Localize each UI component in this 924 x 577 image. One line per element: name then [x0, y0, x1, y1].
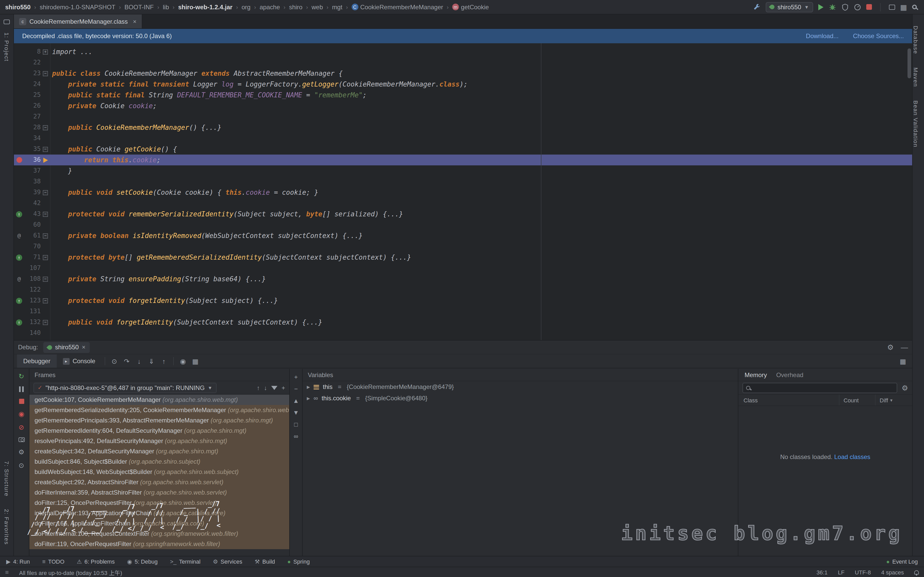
fold-toggle-icon[interactable]: −	[43, 190, 48, 195]
line-number[interactable]: 122	[24, 284, 41, 295]
memory-column-class[interactable]: Class	[738, 397, 839, 403]
evaluate-expression-icon[interactable]: ▦	[189, 357, 202, 365]
stripe-button-7-structure[interactable]: 7: Structure	[3, 461, 10, 496]
line-number[interactable]: 26	[24, 100, 41, 111]
breadcrumb-item-shiro550[interactable]: shiro550	[5, 3, 31, 11]
breadcrumb-item-web[interactable]: web	[312, 3, 323, 11]
editor-tab[interactable]: c CookieRememberMeManager.class ×	[14, 15, 142, 28]
frame-row[interactable]: resolvePrincipals:492, DefaultSecurityMa…	[29, 436, 289, 446]
variable-row[interactable]: ▶this = {CookieRememberMeManager@6479}	[303, 381, 738, 393]
override-marker-icon[interactable]: ↑	[16, 319, 22, 326]
settings-gear-icon[interactable]: ⚙	[18, 449, 24, 455]
breakpoint-icon[interactable]	[16, 157, 22, 163]
fold-toggle-icon[interactable]: −	[43, 320, 48, 325]
mute-breakpoints-icon[interactable]: ⊘	[19, 424, 24, 431]
line-number[interactable]: 70	[24, 241, 41, 252]
caret-position[interactable]: 36:1	[816, 569, 827, 575]
breadcrumb-item-getcookie[interactable]: mgetCookie	[452, 3, 489, 11]
settings-gear-icon[interactable]: ⚙	[887, 343, 893, 351]
toolwindow-button-todo[interactable]: ≡TODO	[42, 558, 65, 565]
fold-toggle-icon[interactable]: +	[43, 49, 48, 54]
thread-selector[interactable]: ✓ "http-nio-8080-exec-5"@6,487 in group …	[34, 382, 216, 393]
hide-library-frames-icon[interactable]	[271, 385, 278, 390]
frame-row[interactable]: doFilterInternal:100, RequestContextFilt…	[29, 529, 289, 539]
fold-toggle-icon[interactable]: −	[43, 147, 48, 152]
stripe-button-maven[interactable]: Maven	[913, 68, 919, 87]
copy-stack-icon[interactable]: □	[294, 421, 298, 427]
memory-search-input[interactable]	[743, 382, 897, 393]
line-number[interactable]: 132	[24, 317, 41, 328]
line-number[interactable]: 107	[24, 263, 41, 274]
load-classes-link[interactable]: Load classes	[834, 453, 871, 461]
fold-toggle-icon[interactable]: −	[43, 71, 48, 76]
add-icon[interactable]: +	[281, 384, 285, 391]
fold-toggle-icon[interactable]: −	[43, 276, 48, 282]
screenshot-icon[interactable]	[18, 437, 24, 442]
frame-row[interactable]: createSubject:342, DefaultSecurityManage…	[29, 446, 289, 456]
step-into-icon[interactable]: ↓	[133, 357, 145, 365]
breadcrumb-item-shiro[interactable]: shiro	[289, 3, 302, 11]
previous-frame-icon[interactable]: ↑	[257, 384, 260, 391]
line-number[interactable]: 108	[24, 274, 41, 284]
line-number[interactable]: 140	[24, 328, 41, 338]
breadcrumb-item-boot-inf[interactable]: BOOT-INF	[124, 3, 153, 11]
fold-toggle-icon[interactable]: −	[43, 211, 48, 217]
stop-icon[interactable]	[19, 399, 24, 404]
run-button[interactable]	[818, 4, 824, 10]
line-number[interactable]: 39	[24, 187, 41, 198]
frame-row[interactable]: internalDoFilter:193, ApplicationFilterC…	[29, 508, 289, 518]
toolwindow-button-terminal[interactable]: >_Terminal	[170, 558, 200, 565]
memory-column-count[interactable]: Count	[839, 395, 875, 405]
toolwindow-button-event-log[interactable]: ● Event Log	[886, 558, 918, 565]
toolwindow-button-services[interactable]: ⚙Services	[213, 558, 242, 565]
infinity-icon[interactable]: ∞	[294, 433, 298, 440]
add-icon[interactable]: +	[294, 374, 298, 380]
line-number[interactable]: 35	[24, 144, 41, 155]
profiler-icon[interactable]	[854, 3, 861, 11]
line-number[interactable]: 23	[24, 68, 41, 79]
view-breakpoints-icon[interactable]: ◉	[177, 357, 189, 365]
breadcrumb-item-shirodemo-1-0-snapshot[interactable]: shirodemo-1.0-SNAPSHOT	[40, 3, 115, 11]
frame-row[interactable]: getCookie:107, CookieRememberMeManager (…	[29, 395, 289, 405]
move-down-icon[interactable]: ▼	[293, 409, 299, 416]
move-up-icon[interactable]: ▲	[293, 398, 299, 404]
window-layout-icon[interactable]	[889, 4, 895, 10]
line-ending[interactable]: LF	[838, 569, 845, 575]
coverage-shield-icon[interactable]	[842, 3, 849, 11]
layout-settings-icon[interactable]: ▦	[897, 357, 909, 365]
line-number[interactable]: 131	[24, 306, 41, 317]
toolwindow-button-6-problems[interactable]: ⚠6: Problems	[77, 558, 115, 565]
close-tab-icon[interactable]: ×	[133, 18, 137, 25]
override-marker-icon[interactable]: ↑	[16, 254, 22, 260]
toolwindow-button-4-run[interactable]: ▶4: Run	[6, 558, 30, 565]
line-number[interactable]: 34	[24, 133, 41, 144]
override-marker-icon[interactable]: ↑	[16, 298, 22, 304]
run-configuration-select[interactable]: shiro550 ▼	[766, 2, 813, 12]
stripe-button-bean-validation[interactable]: Bean Validation	[913, 100, 919, 148]
stripe-button-2-favorites[interactable]: 2: Favorites	[3, 509, 10, 545]
notifications-bell-icon[interactable]	[914, 570, 919, 574]
frame-row[interactable]: getRememberedSerializedIdentity:205, Coo…	[29, 405, 289, 415]
line-number[interactable]: 61	[24, 230, 41, 241]
breadcrumb-item-lib[interactable]: lib	[163, 3, 169, 11]
line-number[interactable]: 71	[24, 252, 41, 263]
fold-toggle-icon[interactable]: −	[43, 125, 48, 130]
frame-row[interactable]: doFilter:125, OncePerRequestFilter (org.…	[29, 498, 289, 508]
breadcrumb-item-shiro-web-1-2-4-jar[interactable]: shiro-web-1.2.4.jar	[178, 3, 233, 11]
line-number[interactable]: 43	[24, 209, 41, 219]
line-number[interactable]: 25	[24, 90, 41, 100]
expand-chevron-icon[interactable]: ▶	[307, 385, 310, 389]
memory-column-diff[interactable]: Diff▾	[875, 395, 912, 405]
line-number[interactable]: 22	[24, 57, 41, 68]
view-breakpoints-icon[interactable]: ◉	[19, 411, 24, 417]
frame-row[interactable]: doFilterInternal:359, AbstractShiroFilte…	[29, 487, 289, 498]
screen-share-icon[interactable]: ▦	[900, 3, 907, 11]
line-number[interactable]: 42	[24, 198, 41, 209]
download-link[interactable]: Download...	[806, 32, 839, 40]
line-number[interactable]: 60	[24, 219, 41, 230]
override-marker-icon[interactable]: ↑	[16, 211, 22, 217]
stripe-button-database[interactable]: Database	[913, 26, 919, 54]
frame-row[interactable]: getRememberedIdentity:604, DefaultSecuri…	[29, 425, 289, 436]
remove-icon[interactable]: −	[294, 386, 298, 392]
toolwindow-button-build[interactable]: ⚒Build	[255, 558, 275, 565]
